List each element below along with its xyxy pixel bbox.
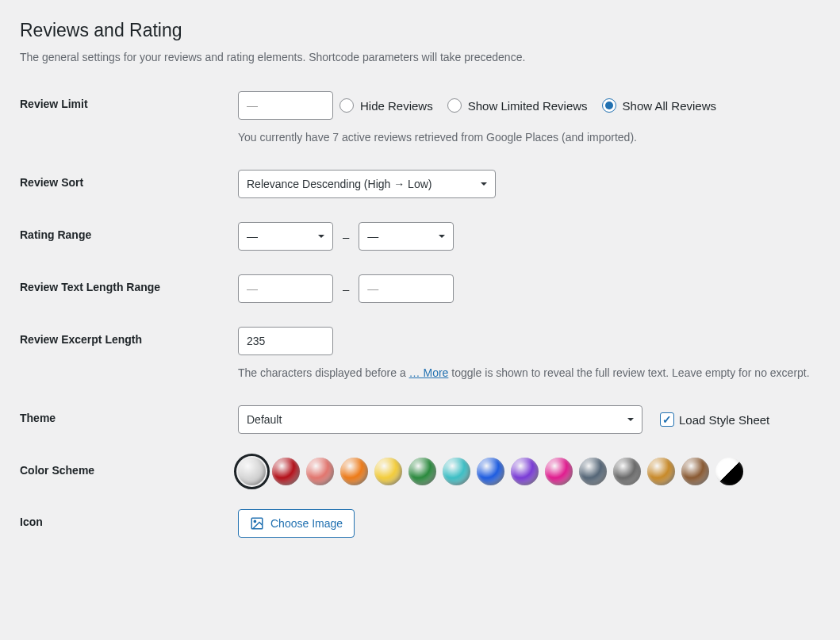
label-text-length-range: Review Text Length Range [20, 274, 238, 293]
review-limit-help: You currently have 7 active reviews retr… [238, 129, 820, 146]
color-swatch-red[interactable] [272, 458, 300, 485]
text-length-min-input[interactable] [238, 274, 333, 303]
color-swatch-teal[interactable] [443, 458, 470, 485]
load-stylesheet-checkbox[interactable]: ✓ Load Style Sheet [660, 412, 769, 427]
rating-range-min-select[interactable]: — [238, 222, 333, 251]
radio-label: Show Limited Reviews [468, 99, 588, 113]
label-color-scheme: Color Scheme [20, 458, 238, 477]
excerpt-length-input[interactable] [238, 327, 333, 355]
label-excerpt-length: Review Excerpt Length [20, 327, 238, 346]
radio-label: Hide Reviews [360, 99, 433, 113]
review-sort-select[interactable]: Relevance Descending (High → Low) [238, 170, 496, 198]
row-review-sort: Review Sort Relevance Descending (High →… [20, 170, 820, 198]
label-rating-range: Rating Range [20, 222, 238, 241]
color-swatch-yellow[interactable] [374, 458, 402, 485]
excerpt-length-help: The characters displayed before a … More… [238, 365, 820, 381]
svg-point-1 [254, 520, 255, 522]
row-icon: Icon Choose Image [20, 509, 820, 538]
color-swatch-purple[interactable] [511, 458, 539, 485]
choose-image-button[interactable]: Choose Image [238, 509, 355, 538]
row-color-scheme: Color Scheme [20, 458, 820, 485]
image-icon [250, 516, 264, 531]
row-excerpt-length: Review Excerpt Length The characters dis… [20, 327, 820, 381]
color-swatch-amber[interactable] [647, 458, 675, 485]
color-swatch-brown[interactable] [681, 458, 709, 485]
color-swatch-slate[interactable] [579, 458, 607, 485]
text-length-max-input[interactable] [359, 274, 454, 303]
color-swatch-blue[interactable] [477, 458, 504, 485]
label-icon: Icon [20, 509, 238, 528]
row-theme: Theme Default ✓ Load Style Sheet [20, 405, 820, 434]
check-icon: ✓ [662, 413, 672, 426]
radio-icon [339, 98, 354, 113]
more-link[interactable]: … More [409, 366, 449, 379]
theme-select[interactable]: Default [238, 405, 642, 434]
color-swatch-silver[interactable] [238, 458, 266, 485]
color-swatch-magenta[interactable] [545, 458, 573, 485]
rating-range-separator: – [343, 230, 349, 243]
page-title: Reviews and Rating [20, 20, 820, 41]
text-length-separator: – [343, 282, 349, 296]
review-limit-radio-2[interactable]: Show All Reviews [602, 98, 716, 113]
color-swatch-coral[interactable] [306, 458, 334, 485]
row-review-limit: Review Limit Hide ReviewsShow Limited Re… [20, 91, 820, 146]
page-description: The general settings for your reviews an… [20, 51, 820, 63]
radio-icon [447, 98, 462, 113]
review-limit-radio-0[interactable]: Hide Reviews [339, 98, 433, 113]
color-swatch-gray[interactable] [613, 458, 641, 485]
color-swatch-green[interactable] [408, 458, 436, 485]
choose-image-label: Choose Image [270, 517, 343, 530]
row-rating-range: Rating Range — – — [20, 222, 820, 251]
rating-range-max-select[interactable]: — [359, 222, 454, 251]
load-stylesheet-label: Load Style Sheet [679, 413, 769, 427]
excerpt-help-before: The characters displayed before a [238, 366, 409, 379]
label-theme: Theme [20, 405, 238, 424]
label-review-limit: Review Limit [20, 91, 238, 110]
checkbox-icon: ✓ [660, 412, 674, 427]
radio-label: Show All Reviews [623, 99, 716, 113]
label-review-sort: Review Sort [20, 170, 238, 189]
excerpt-help-after: toggle is shown to reveal the full revie… [448, 366, 809, 379]
radio-icon [602, 98, 616, 113]
color-swatch-half[interactable] [715, 458, 743, 485]
color-swatch-orange[interactable] [340, 458, 368, 485]
review-limit-radio-1[interactable]: Show Limited Reviews [447, 98, 588, 113]
review-limit-input[interactable] [238, 91, 333, 120]
row-text-length-range: Review Text Length Range – [20, 274, 820, 303]
